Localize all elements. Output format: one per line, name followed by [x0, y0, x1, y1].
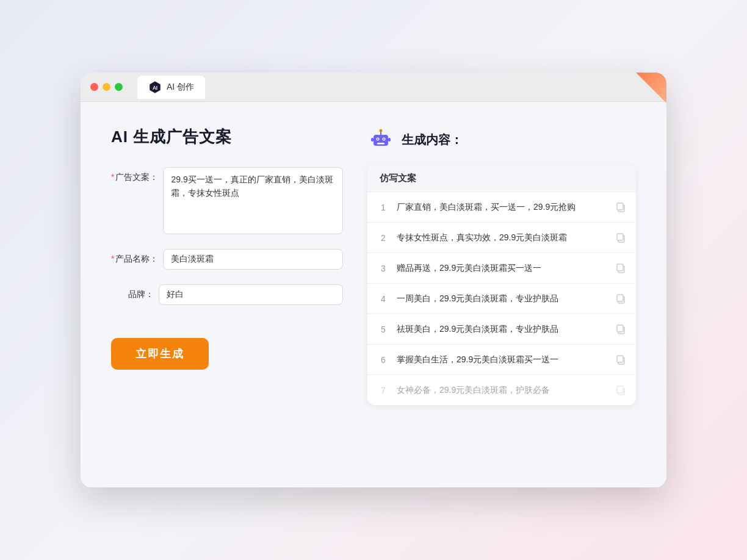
copy-icon-2[interactable] [615, 232, 626, 243]
ad-copy-input[interactable]: 29.9买一送一，真正的厂家直销，美白淡斑霜，专抹女性斑点 [163, 167, 343, 234]
svg-rect-19 [617, 295, 623, 301]
result-table-header: 仿写文案 [367, 165, 636, 192]
ad-copy-group: *广告文案： 29.9买一送一，真正的厂家直销，美白淡斑霜，专抹女性斑点 [111, 167, 343, 234]
row-text-4: 一周美白，29.9元美白淡斑霜，专业护肤品 [397, 292, 608, 305]
required-star-2: * [111, 254, 114, 264]
result-row-faded: 7 女神必备，29.9元美白淡斑霜，护肤必备 [367, 375, 636, 405]
brand-label: 品牌： [111, 284, 154, 300]
copy-icon-7[interactable] [615, 385, 626, 396]
brand-input[interactable] [159, 284, 343, 305]
svg-rect-11 [388, 138, 391, 142]
required-star-1: * [111, 172, 114, 182]
result-row: 6 掌握美白生活，29.9元美白淡斑霜买一送一 [367, 345, 636, 375]
svg-text:AI: AI [153, 85, 157, 90]
main-content: AI 生成广告文案 *广告文案： 29.9买一送一，真正的厂家直销，美白淡斑霜，… [81, 102, 666, 429]
svg-rect-13 [617, 203, 623, 210]
svg-rect-7 [377, 143, 384, 145]
result-row: 2 专抹女性斑点，真实功效，29.9元美白淡斑霜 [367, 223, 636, 253]
result-header: 生成内容： [367, 126, 636, 153]
copy-icon-5[interactable] [615, 324, 626, 335]
row-num-2: 2 [377, 233, 389, 243]
brand-group: 品牌： [111, 284, 343, 305]
svg-rect-10 [371, 138, 374, 142]
ai-tab-icon: AI [148, 81, 162, 94]
tab-area: AI AI 创作 [137, 76, 205, 99]
row-text-5: 祛斑美白，29.9元美白淡斑霜，专业护肤品 [397, 323, 608, 336]
left-panel: AI 生成广告文案 *广告文案： 29.9买一送一，真正的厂家直销，美白淡斑霜，… [111, 126, 343, 405]
svg-rect-25 [617, 386, 623, 393]
row-num-4: 4 [377, 294, 389, 304]
result-row: 3 赠品再送，29.9元美白淡斑霜买一送一 [367, 253, 636, 284]
copy-icon-1[interactable] [615, 202, 626, 213]
row-num-5: 5 [377, 325, 389, 334]
svg-rect-23 [617, 356, 623, 362]
page-title: AI 生成广告文案 [111, 126, 343, 148]
row-num-1: 1 [377, 203, 389, 212]
svg-rect-21 [617, 325, 623, 332]
close-button[interactable] [90, 83, 98, 91]
tab-label: AI 创作 [167, 82, 194, 93]
row-text-6: 掌握美白生活，29.9元美白淡斑霜买一送一 [397, 353, 608, 366]
copy-icon-3[interactable] [615, 263, 626, 274]
generate-button[interactable]: 立即生成 [111, 338, 209, 370]
svg-point-9 [380, 129, 383, 132]
result-row: 4 一周美白，29.9元美白淡斑霜，专业护肤品 [367, 284, 636, 314]
result-row: 5 祛斑美白，29.9元美白淡斑霜，专业护肤品 [367, 314, 636, 345]
row-num-7: 7 [377, 386, 389, 395]
result-title: 生成内容： [402, 132, 463, 148]
browser-window: AI AI 创作 AI 生成广告文案 *广告文案： 29.9买一送一，真正的厂家… [81, 73, 666, 487]
row-text-7: 女神必备，29.9元美白淡斑霜，护肤必备 [397, 384, 608, 397]
product-name-label: *产品名称： [111, 249, 158, 265]
row-num-6: 6 [377, 355, 389, 365]
result-box: 仿写文案 1 厂家直销，美白淡斑霜，买一送一，29.9元抢购 2 专抹女性斑点，… [367, 165, 636, 405]
maximize-button[interactable] [115, 83, 123, 91]
copy-icon-6[interactable] [615, 354, 626, 365]
row-text-3: 赠品再送，29.9元美白淡斑霜买一送一 [397, 262, 608, 275]
copy-icon-4[interactable] [615, 293, 626, 304]
minimize-button[interactable] [103, 83, 110, 91]
svg-rect-15 [617, 234, 623, 240]
svg-point-6 [383, 138, 384, 140]
product-name-input[interactable] [163, 249, 343, 270]
row-text-2: 专抹女性斑点，真实功效，29.9元美白淡斑霜 [397, 231, 608, 244]
title-bar: AI AI 创作 [81, 73, 666, 102]
svg-rect-17 [617, 264, 623, 271]
tab-ai-create[interactable]: AI AI 创作 [137, 76, 205, 99]
traffic-lights [90, 83, 123, 91]
row-text-1: 厂家直销，美白淡斑霜，买一送一，29.9元抢购 [397, 201, 608, 214]
svg-point-5 [377, 138, 378, 140]
right-panel: 生成内容： 仿写文案 1 厂家直销，美白淡斑霜，买一送一，29.9元抢购 2 专… [367, 126, 636, 405]
ad-copy-label: *广告文案： [111, 167, 158, 183]
result-row: 1 厂家直销，美白淡斑霜，买一送一，29.9元抢购 [367, 192, 636, 223]
row-num-3: 3 [377, 264, 389, 273]
robot-icon [367, 126, 394, 153]
product-name-group: *产品名称： [111, 249, 343, 270]
